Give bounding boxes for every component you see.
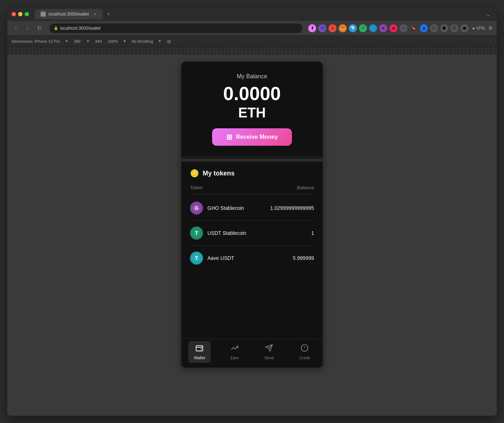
browser-content: My Balance 0.0000 ETH ⊞ Receive Money 🪙 … (7, 54, 497, 416)
aave-token-balance: 5.999999 (293, 255, 314, 261)
no-throttle-icon: ⊘ (167, 38, 171, 44)
profile-circle-icon[interactable]: ● (420, 24, 428, 32)
puzzle-icon[interactable]: ⬡ (430, 24, 438, 32)
tab-favicon (41, 12, 46, 17)
new-tab-button[interactable]: + (104, 10, 113, 18)
tab-close-button[interactable]: ✕ (93, 12, 96, 17)
aave-token-name: Aave USDT (207, 255, 289, 261)
usdt-token-balance: 1 (311, 230, 314, 236)
dimensions-separator: ✕ (86, 39, 90, 43)
gho-token-name: GHO Stablecoin (207, 205, 266, 211)
wallet-nav-icon (195, 344, 203, 354)
browser-toolbar: ‹ › ↻ 🔒 localhost:3000/wallet ⬆ 🛡 ⚠ 🦊 💎 … (7, 21, 497, 36)
extension-icon-4[interactable]: 🌐 (369, 24, 377, 32)
more-extensions-icon[interactable]: ∞ (400, 24, 408, 32)
earn-nav-label: Earn (231, 356, 239, 360)
throttle-value: No throttling (132, 39, 153, 43)
address-bar[interactable]: 🔒 localhost:3000/wallet (49, 24, 302, 33)
zoom-dropdown-icon[interactable]: ▾ (124, 39, 126, 43)
reload-button[interactable]: ↻ (35, 25, 44, 32)
balance-currency: ETH (238, 106, 266, 120)
width-value: 390 (74, 39, 80, 43)
receive-btn-label: Receive Money (236, 134, 278, 140)
traffic-lights (12, 12, 29, 16)
browser-titlebar: localhost:3000/wallet ✕ + ⌄ (7, 7, 497, 21)
minimize-button[interactable] (18, 12, 22, 16)
balance-col-header: Balance (297, 185, 314, 190)
extension-icon-2[interactable]: 💎 (349, 24, 357, 32)
send-nav-label: Send (264, 356, 274, 360)
maximize-button[interactable] (25, 12, 29, 16)
aave-token-icon: T (190, 252, 203, 265)
token-row-aave[interactable]: T Aave USDT 5.999999 (190, 246, 314, 270)
lock-icon: 🔒 (54, 26, 58, 30)
extension-icon-5[interactable]: K (379, 24, 387, 32)
bookmarks-icon[interactable]: 🔖 (410, 24, 418, 32)
tokens-table-header: Token Balance (190, 185, 314, 194)
usdt-token-name: USDT Stablecoin (207, 230, 307, 236)
devtools-more-icon[interactable]: ⋮ (488, 39, 492, 43)
token-col-header: Token (190, 185, 203, 190)
tab-bar: localhost:3000/wallet ✕ + (35, 9, 481, 19)
shield-icon[interactable]: 🛡 (318, 24, 326, 32)
tab-label: localhost:3000/wallet (49, 12, 89, 17)
tokens-title: My tokens (203, 170, 235, 177)
zoom-value: 100% (108, 39, 118, 43)
active-tab[interactable]: localhost:3000/wallet ✕ (35, 9, 102, 19)
close-button[interactable] (12, 12, 16, 16)
menu-button[interactable]: ≡ (488, 24, 492, 32)
forward-button[interactable]: › (23, 25, 32, 32)
tokens-header: 🪙 My tokens (190, 169, 314, 178)
tokens-icon: 🪙 (190, 169, 199, 178)
extension-icon-1[interactable]: 🦊 (339, 24, 347, 32)
balance-title: My Balance (237, 73, 267, 80)
phone-frame: My Balance 0.0000 ETH ⊞ Receive Money 🪙 … (181, 62, 323, 368)
devtools-bar: Dimensions: iPhone 12 Pro ▾ 390 ✕ 844 10… (7, 36, 497, 47)
receive-money-button[interactable]: ⊞ Receive Money (212, 128, 292, 146)
app-content: My Balance 0.0000 ETH ⊞ Receive Money 🪙 … (181, 62, 323, 339)
content-spacer (181, 278, 323, 339)
nav-item-credit[interactable]: Credit (293, 341, 315, 363)
tokens-section: 🪙 My tokens Token Balance G (181, 162, 323, 278)
url-display: localhost:3000/wallet (60, 26, 100, 31)
section-divider (181, 159, 323, 162)
sidebar-icon[interactable]: ▣ (460, 24, 468, 32)
ruler-bar (7, 47, 497, 54)
cast-icon[interactable]: ⬛ (450, 24, 458, 32)
vpn-label: ● VPN (471, 26, 486, 31)
usdt-token-icon: T (190, 227, 203, 240)
qr-code-icon: ⊞ (226, 133, 232, 141)
extension-manage-icon[interactable]: ⬢ (440, 24, 448, 32)
nav-item-send[interactable]: Send (259, 341, 280, 363)
svg-rect-0 (196, 345, 203, 351)
wallet-nav-label: Wallet (194, 356, 205, 360)
share-icon[interactable]: ⬆ (308, 24, 316, 32)
height-value: 844 (95, 39, 102, 43)
send-nav-icon (265, 344, 273, 354)
token-row-gho[interactable]: G GHO Stablecoin 1.02999999999995 (190, 196, 314, 221)
tokens-table: Token Balance G GHO Stablecoin 1.0299999… (190, 185, 314, 270)
balance-section: My Balance 0.0000 ETH ⊞ Receive Money (181, 62, 323, 156)
gho-token-icon: G (190, 202, 203, 215)
bottom-navigation: Wallet Earn (181, 339, 323, 368)
credit-nav-icon (301, 344, 309, 354)
back-button[interactable]: ‹ (12, 25, 20, 32)
token-row-usdt[interactable]: T USDT Stablecoin 1 (190, 221, 314, 246)
warning-icon[interactable]: ⚠ (329, 24, 336, 32)
extension-icon-3[interactable]: ✓ (359, 24, 367, 32)
dimensions-label: Dimensions: iPhone 12 Pro (12, 39, 60, 43)
browser-window: localhost:3000/wallet ✕ + ⌄ ‹ › ↻ 🔒 loca… (7, 7, 497, 416)
throttle-dropdown-icon[interactable]: ▾ (159, 39, 161, 43)
credit-nav-label: Credit (299, 356, 310, 360)
gho-token-balance: 1.02999999999995 (270, 205, 314, 211)
toolbar-icons: ⬆ 🛡 ⚠ 🦊 💎 ✓ 🌐 K ♥ ∞ 🔖 ● ⬡ ⬢ ⬛ ▣ ● VPN ≡ (308, 24, 492, 32)
nav-item-wallet[interactable]: Wallet (188, 341, 211, 363)
window-menu-button[interactable]: ⌄ (484, 11, 492, 18)
balance-amount: 0.0000 (223, 84, 281, 103)
dimensions-dropdown-icon[interactable]: ▾ (66, 39, 68, 43)
svg-point-1 (201, 348, 202, 349)
nav-item-earn[interactable]: Earn (225, 341, 245, 363)
earn-nav-icon (231, 344, 239, 354)
extension-icon-6[interactable]: ♥ (389, 24, 397, 32)
